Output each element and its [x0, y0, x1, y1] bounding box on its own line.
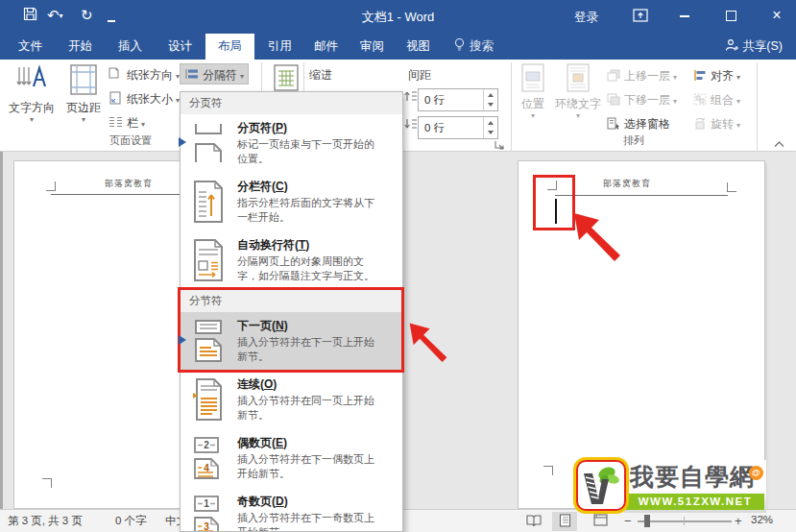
chevron-down-icon: ▾ [673, 97, 677, 106]
annotation-arrow-cursor [570, 211, 624, 261]
chevron-up-icon [774, 141, 784, 148]
tab-home[interactable]: 开始 [56, 34, 105, 60]
menu-item-title: 连续O [237, 377, 383, 391]
lightbulb-icon [453, 37, 466, 52]
tab-file[interactable]: 文件 [6, 34, 55, 60]
chevron-down-icon: ▾ [141, 120, 145, 129]
zoom-in-button[interactable]: + [735, 514, 742, 528]
print-layout-button[interactable] [552, 512, 577, 531]
share-person-icon [725, 38, 738, 52]
maximize-icon [726, 11, 736, 21]
columns-label: 栏 [127, 116, 138, 130]
share-label: 共享(S) [742, 39, 783, 53]
chevron-down-icon: ▾ [736, 97, 740, 106]
indent-label: 缩进 [309, 64, 332, 85]
tab-mailings[interactable]: 邮件 [302, 34, 350, 60]
spacing-label: 间距 [408, 64, 431, 85]
menu-item-desc: 插入分节符并在下一偶数页上开始新节。 [237, 452, 383, 481]
orientation-button[interactable]: 纸张方向▾ [109, 64, 180, 85]
orientation-label: 纸张方向 [127, 68, 173, 82]
margins-icon [68, 63, 99, 96]
collapse-ribbon-button[interactable] [769, 134, 788, 151]
page-number-status[interactable]: 第 3 页, 共 3 页 [8, 514, 83, 528]
window-edge [0, 152, 3, 509]
columns-button[interactable]: 栏▾ [109, 112, 145, 133]
breaks-button[interactable]: 分隔符▾ [180, 63, 249, 85]
51zxw-logo [576, 460, 626, 511]
margin-corner-mark [42, 478, 52, 488]
spin-down-icon[interactable] [488, 131, 494, 134]
tab-review[interactable]: 审阅 [348, 34, 397, 60]
web-layout-icon [593, 514, 608, 526]
annotation-box-cursor [533, 175, 575, 230]
tab-layout[interactable]: 布局 [205, 34, 254, 60]
tab-design[interactable]: 设计 [156, 34, 205, 60]
paper-size-button[interactable]: 纸张大小▾ [109, 88, 180, 109]
bring-forward-button: 上移一层▾ [607, 65, 677, 86]
send-backward-icon [607, 93, 620, 106]
spacing-after-stepper[interactable] [483, 117, 497, 138]
spin-up-icon[interactable] [488, 93, 494, 97]
menu-item-title: 分页符P [237, 121, 383, 134]
spacing-after-input[interactable]: 0 行 [418, 116, 498, 139]
spacing-before-value: 0 行 [424, 93, 445, 108]
read-mode-icon [526, 514, 542, 526]
align-icon [693, 69, 707, 82]
tab-view[interactable]: 视图 [394, 34, 443, 60]
dialog-launcher-icon [494, 140, 504, 150]
breaks-icon [184, 67, 199, 81]
menu-item-title: 自动换行符T [237, 238, 383, 252]
rotate-button: 旋转▾ [693, 113, 740, 134]
bring-forward-label: 上移一层 [624, 69, 670, 83]
word-window: ↶▾ ↻ ▾ 文档1 - Word 登录 × 文件 开始 插入 设计 布局 引用… [0, 0, 796, 532]
annotation-box-menu [178, 287, 404, 373]
zoom-level[interactable]: 32% [751, 514, 773, 525]
watermark-title: 我要自學網 [630, 461, 755, 493]
margins-button[interactable]: 页边距 ▾ [61, 63, 106, 124]
menu-item-even-page[interactable]: 24 偶数页E 插入分节符并在下一偶数页上开始新节。 [181, 429, 402, 488]
text-direction-button[interactable]: 文字方向 ▾ [4, 63, 60, 124]
align-button[interactable]: 对齐▾ [693, 65, 740, 86]
read-mode-button[interactable] [521, 512, 546, 531]
selection-pane-button[interactable]: 选择窗格 [607, 113, 670, 134]
tell-me-search[interactable]: 搜索 [453, 34, 494, 60]
menu-item-text-wrapping-break[interactable]: 自动换行符T 分隔网页上的对象周围的文字，如分隔题注文字与正文。 [181, 231, 402, 290]
ribbon-display-options-button[interactable] [633, 9, 648, 26]
zoom-slider-track[interactable] [638, 520, 732, 522]
margins-label: 页边距 [61, 101, 106, 114]
menu-item-column-break[interactable]: 分栏符C 指示分栏符后面的文字将从下一栏开始。 [181, 173, 402, 231]
menu-item-continuous[interactable]: 连续O 插入分节符并在同一页上开始新节。 [181, 371, 402, 429]
spacing-before-stepper[interactable] [483, 89, 497, 110]
annotation-triangle [179, 137, 186, 147]
tab-references[interactable]: 引用 [255, 34, 304, 60]
zoom-out-button[interactable]: − [624, 514, 632, 528]
paper-size-icon [109, 91, 123, 105]
menu-item-desc: 分隔网页上的对象周围的文字，如分隔题注文字与正文。 [237, 254, 383, 283]
ribbon-display-icon [633, 9, 648, 22]
share-button[interactable]: 共享(S) [725, 34, 783, 60]
spacing-before-input[interactable]: 0 行 [418, 88, 498, 111]
menu-item-page-break[interactable]: 分页符P 标记一页结束与下一页开始的位置。 [181, 114, 402, 173]
web-layout-button[interactable] [588, 512, 613, 531]
signin-button[interactable]: 登录 [574, 10, 598, 26]
maximize-button[interactable] [718, 6, 743, 25]
chevron-down-icon: ▾ [240, 72, 244, 81]
minimize-button[interactable] [672, 6, 697, 25]
send-backward-button: 下移一层▾ [607, 89, 677, 110]
column-break-icon [189, 180, 228, 224]
v-leaf-logo-icon [578, 462, 624, 509]
bring-forward-icon [607, 69, 620, 82]
annotation-arrow-menu [406, 322, 450, 362]
position-icon [520, 63, 545, 92]
menu-item-odd-page[interactable]: 13 奇数页D 插入分节符并在下一奇数页上开始新节。 [181, 488, 402, 532]
rotate-label: 旋转 [711, 117, 734, 131]
spacing-after-value: 0 行 [424, 121, 445, 135]
svg-text:2: 2 [204, 440, 209, 450]
close-button[interactable]: × [764, 6, 789, 25]
paper-size-label: 纸张大小 [127, 92, 173, 106]
spin-down-icon[interactable] [488, 103, 494, 107]
zoom-slider-thumb[interactable] [644, 515, 650, 527]
word-count-status[interactable]: 0 个字 [115, 514, 147, 528]
spin-up-icon[interactable] [488, 121, 494, 125]
tab-insert[interactable]: 插入 [106, 34, 155, 60]
